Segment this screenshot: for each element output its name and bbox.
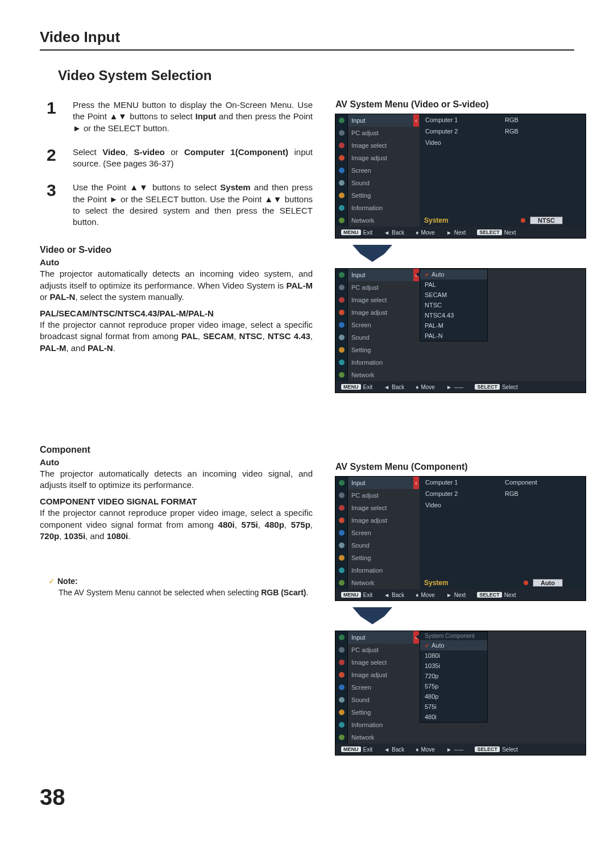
menu-item-icon: [335, 189, 348, 202]
osm-system-dropdown: System Component ✔Auto1080i1035i720p575p…: [420, 631, 488, 723]
dropdown-label: Auto: [432, 642, 445, 649]
osm-menu-label: Screen: [348, 164, 413, 177]
system-value-badge: Auto: [533, 579, 563, 587]
dropdown-label: PAL-N: [425, 332, 443, 339]
dropdown-label: PAL-M: [425, 322, 443, 329]
menu-item-icon: [335, 369, 348, 381]
step-1: 1 Press the MENU button to display the O…: [47, 99, 313, 134]
menu-item-icon: [335, 564, 348, 577]
osm-bottombar-item: ◄Back: [378, 229, 410, 236]
step-text: Use the Point ▲▼ buttons to select Syste…: [73, 182, 313, 228]
bottombar-label: Select: [502, 746, 518, 753]
nav-symbol-icon: ◄: [384, 746, 389, 753]
osm-dropdown-item: PAL-N: [420, 331, 487, 341]
dropdown-label: Auto: [432, 271, 445, 278]
step-text: Select Video, S-video or Computer 1(Comp…: [73, 147, 313, 170]
nav-symbol-icon: ♦: [416, 746, 418, 753]
nav-symbol-icon: ►: [446, 384, 452, 390]
checkmark-icon: ✔: [425, 642, 429, 649]
osm-menu-label: Input: [348, 269, 413, 281]
key-chip-icon: SELECT: [477, 592, 502, 598]
nav-symbol-icon: ♦: [416, 592, 418, 598]
bottombar-label: Exit: [363, 384, 373, 390]
osm-menu-label: Screen: [348, 681, 413, 694]
bottombar-label: -----: [454, 746, 464, 753]
input-mode: RGB: [505, 128, 518, 135]
component-auto-label: Auto: [40, 457, 313, 467]
input-mode: RGB: [505, 490, 518, 497]
dropdown-label: 1080i: [425, 652, 440, 659]
key-chip-icon: MENU: [341, 229, 361, 235]
osm-input-row: Computer 1RGB: [420, 114, 586, 126]
auto-label: Auto: [40, 257, 313, 267]
osm-bottombar: MENUExit◄Back♦Move►NextSELECTNext: [335, 589, 586, 600]
component-section-title: Component: [40, 445, 313, 455]
key-chip-icon: SELECT: [475, 384, 500, 390]
osm-menu-label: Network: [348, 577, 413, 589]
osm-input-row: Computer 2RGB: [420, 488, 586, 499]
osm-menu-label: Sound: [348, 694, 413, 706]
menu-item-icon: [335, 331, 348, 344]
osm-bottombar-item: ♦Move: [410, 384, 441, 390]
osm-menu-label: Image adjust: [348, 669, 413, 681]
osm-menu-label: Network: [348, 731, 413, 744]
bottombar-label: Back: [392, 229, 404, 236]
osm-menu-label: Setting: [348, 552, 413, 564]
dropdown-label: 720p: [425, 673, 438, 679]
osm-menu-label: Screen: [348, 527, 413, 539]
menu-item-icon: [335, 356, 348, 369]
osm-title-video: AV System Menu (Video or S-video): [335, 99, 586, 110]
bottombar-label: Move: [421, 746, 434, 753]
formats-text: If the projector cannot reproduce proper…: [40, 319, 313, 354]
input-name: Video: [425, 502, 505, 508]
menu-item-icon: [335, 577, 348, 589]
menu-item-icon: [335, 139, 348, 152]
osm-menu-label: Setting: [348, 189, 413, 202]
osm-title-component: AV System Menu (Component): [335, 462, 586, 472]
input-mode: RGB: [505, 116, 518, 123]
osm-input-row: Computer 2RGB: [420, 126, 586, 137]
menu-item-icon: [335, 514, 348, 527]
osm-menu-label: Information: [348, 564, 413, 577]
osm-bottombar-item: ►Next: [441, 229, 471, 236]
osm-menu-item: Information: [335, 356, 586, 369]
arrow-down-icon: [352, 607, 586, 624]
osm-menu-label: Input: [348, 477, 413, 489]
input-name: Computer 1: [425, 116, 505, 123]
menu-item-icon: [335, 152, 348, 164]
osm-menu-item: Network: [335, 731, 586, 744]
step-number: 3: [47, 182, 63, 228]
step-3: 3 Use the Point ▲▼ buttons to select Sys…: [47, 182, 313, 228]
step-number: 2: [47, 147, 63, 170]
osm-menu-label: Image select: [348, 502, 413, 514]
menu-item-icon: [335, 319, 348, 331]
auto-text: The projector automatically detects an i…: [40, 268, 313, 303]
osm-menu-label: Input: [348, 631, 413, 644]
osm-bottombar-item: MENUExit: [335, 592, 378, 598]
menu-item-icon: [335, 552, 348, 564]
osm-bottombar-item: ►-----: [441, 384, 470, 390]
osm-menu-label: Network: [348, 214, 413, 227]
bottombar-label: Next: [504, 229, 516, 236]
arrow-down-icon: [352, 245, 586, 262]
osm-dropdown-item: 575p: [420, 681, 487, 691]
osm-video-menu-2: Input‹PC adjustImage selectImage adjustS…: [335, 269, 586, 393]
step-text: Press the MENU button to display the On-…: [73, 99, 313, 134]
dropdown-label: 480p: [425, 693, 438, 700]
nav-symbol-icon: ►: [446, 229, 452, 236]
bottombar-label: Move: [421, 384, 434, 390]
bottombar-label: Exit: [363, 229, 373, 236]
osm-bottombar-item: ♦Move: [410, 746, 441, 753]
bottombar-label: Move: [421, 229, 434, 236]
menu-item-icon: [335, 669, 348, 681]
menu-item-icon: [335, 127, 348, 139]
menu-item-icon: [335, 731, 348, 744]
osm-menu-label: Image adjust: [348, 306, 413, 319]
bottombar-label: Back: [392, 384, 404, 390]
osm-bottombar: MENUExit◄Back♦Move►-----SELECTSelect: [335, 381, 586, 393]
nav-symbol-icon: ♦: [416, 229, 418, 236]
osm-menu-label: Sound: [348, 177, 413, 189]
note-block: ✓Note: The AV System Menu cannot be sele…: [48, 576, 313, 598]
dropdown-label: 480i: [425, 713, 437, 720]
osm-dropdown-item: 1035i: [420, 661, 487, 671]
